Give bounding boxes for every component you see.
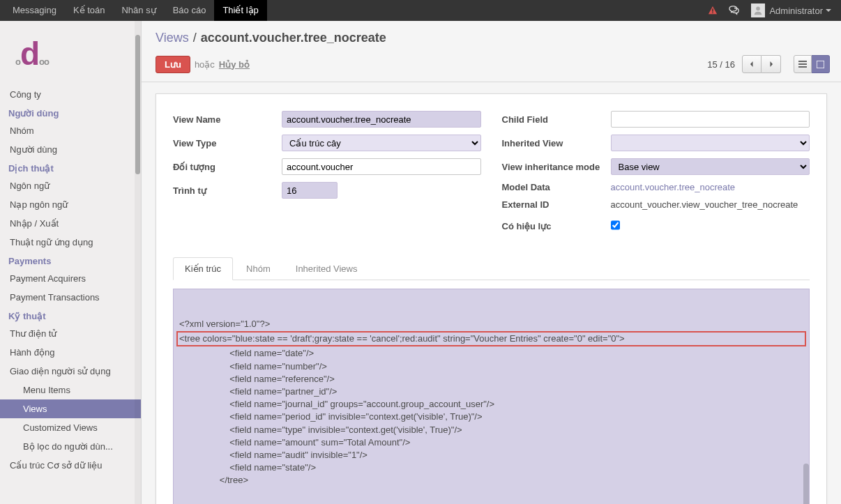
nav-n-p-ng-n-ng-[interactable]: Nạp ngôn ngữ	[0, 195, 141, 214]
pager-next-button[interactable]	[762, 55, 781, 73]
label-external-id: External ID	[502, 199, 611, 210]
breadcrumb-current: account.voucher.tree_nocreate	[201, 31, 386, 45]
pager-prev-button[interactable]	[742, 55, 762, 73]
tab-kiến-trúc[interactable]: Kiến trúc	[173, 257, 233, 280]
nav-c-ng-ty[interactable]: Công ty	[0, 85, 141, 104]
nav-nh-p-xu-t[interactable]: Nhập / Xuất	[0, 214, 141, 233]
label-view-type: View Type	[173, 138, 282, 148]
topmenu-messaging[interactable]: Messaging	[4, 0, 65, 21]
form-view-button[interactable]	[812, 55, 830, 73]
nav-th-i-n-t-[interactable]: Thư điện tử	[0, 324, 141, 343]
nav-h-nh-ng[interactable]: Hành động	[0, 343, 141, 362]
svg-rect-6	[817, 61, 824, 68]
arch-editor[interactable]: <?xml version="1.0"?><tree colors="blue:…	[173, 289, 810, 504]
main-content: Views / account.voucher.tree_nocreate Lư…	[142, 21, 841, 504]
svg-rect-3	[798, 61, 807, 62]
input-model[interactable]	[282, 158, 481, 175]
tab-nhóm[interactable]: Nhóm	[234, 257, 282, 280]
nav-payments[interactable]: Payments	[0, 252, 141, 269]
svg-rect-4	[798, 63, 807, 65]
input-child-field[interactable]	[611, 111, 810, 128]
code-scrollbar[interactable]	[803, 289, 809, 504]
select-inherited-view[interactable]	[611, 135, 810, 151]
input-view-name[interactable]	[282, 111, 481, 128]
nav-payment-acquirers[interactable]: Payment Acquirers	[0, 269, 141, 288]
select-view-mode[interactable]: Base view	[611, 158, 810, 175]
label-view-mode: View inheritance mode	[502, 162, 611, 172]
nav-payment-transactions[interactable]: Payment Transactions	[0, 288, 141, 307]
svg-point-2	[757, 7, 761, 11]
form-sheet: View NameView TypeCấu trúc câyĐối tượngT…	[156, 93, 827, 504]
cancel-link[interactable]: Hủy bỏ	[219, 59, 250, 70]
nav-customized-views[interactable]: Customized Views	[0, 418, 141, 437]
nav-ng-n-ng-[interactable]: Ngôn ngữ	[0, 176, 141, 195]
action-bar: Lưu hoặc Hủy bỏ 15 / 16	[142, 51, 841, 82]
nav-nh-m[interactable]: Nhóm	[0, 121, 141, 140]
breadcrumb: Views / account.voucher.tree_nocreate	[142, 21, 841, 51]
tabs: Kiến trúcNhómInherited Views	[173, 257, 810, 280]
nav-k-thu-t[interactable]: Kỹ thuật	[0, 307, 141, 324]
tab-inherited-views[interactable]: Inherited Views	[284, 257, 370, 280]
alert-icon[interactable]	[702, 6, 723, 15]
label-active: Có hiệu lực	[502, 221, 611, 231]
svg-rect-1	[713, 13, 713, 13]
top-menu-bar: MessagingKế toánNhân sựBáo cáoThiết lập …	[0, 0, 841, 21]
topmenu-kế toán[interactable]: Kế toán	[65, 0, 114, 21]
topmenu-nhân sự[interactable]: Nhân sự	[113, 0, 164, 21]
nav-d-ch-thu-t[interactable]: Dịch thuật	[0, 159, 141, 176]
static-external-id: account_voucher.view_voucher_tree_nocrea…	[611, 199, 798, 210]
topmenu-thiết lập[interactable]: Thiết lập	[214, 0, 266, 21]
nav-views[interactable]: Views	[0, 399, 141, 418]
sidebar-scrollbar[interactable]	[135, 21, 141, 504]
nav-ng-i-d-ng[interactable]: Người dùng	[0, 104, 141, 121]
nav-giao-di-n-ng-i-s-d-ng[interactable]: Giao diện người sử dụng	[0, 362, 141, 381]
nav-b-l-c-do-ng-i-d-n-[interactable]: Bộ lọc do người dùn...	[0, 437, 141, 456]
sidebar: odoo Công tyNgười dùngNhómNgười dùngDịch…	[0, 21, 142, 504]
caret-down-icon	[826, 9, 831, 12]
user-name: Administrator	[769, 6, 823, 16]
select-view-type[interactable]: Cấu trúc cây	[282, 135, 481, 151]
label-sequence: Trình tự	[173, 185, 282, 196]
or-text: hoặc	[195, 59, 215, 70]
tab-content-architecture: <?xml version="1.0"?><tree colors="blue:…	[173, 280, 810, 504]
save-button[interactable]: Lưu	[156, 56, 190, 73]
svg-rect-0	[713, 8, 713, 11]
avatar	[751, 3, 765, 17]
label-model-data: Model Data	[502, 182, 611, 192]
list-view-button[interactable]	[794, 55, 812, 73]
svg-rect-5	[798, 66, 807, 68]
nav-thu-t-ng-ng-d-ng[interactable]: Thuật ngữ ứng dụng	[0, 233, 141, 252]
topmenu-báo cáo[interactable]: Báo cáo	[165, 0, 215, 21]
input-sequence[interactable]	[282, 182, 338, 199]
nav-menu-items[interactable]: Menu Items	[0, 381, 141, 399]
logo[interactable]: odoo	[0, 21, 141, 85]
label-child-field: Child Field	[502, 114, 611, 125]
user-menu[interactable]: Administrator	[745, 3, 837, 17]
pager-text: 15 / 16	[707, 59, 735, 70]
link-model-data[interactable]: account.voucher.tree_nocreate	[611, 182, 736, 192]
nav-ng-i-d-ng[interactable]: Người dùng	[0, 140, 141, 159]
label-model: Đối tượng	[173, 162, 282, 172]
label-inherited-view: Inherited View	[502, 138, 611, 148]
nav-c-u-tr-c-c-s-d-li-u[interactable]: Cấu trúc Cơ sở dữ liệu	[0, 456, 141, 475]
label-view-name: View Name	[173, 114, 282, 125]
breadcrumb-root[interactable]: Views	[156, 31, 189, 45]
checkbox-active[interactable]	[611, 217, 620, 234]
chat-icon[interactable]	[723, 6, 745, 15]
